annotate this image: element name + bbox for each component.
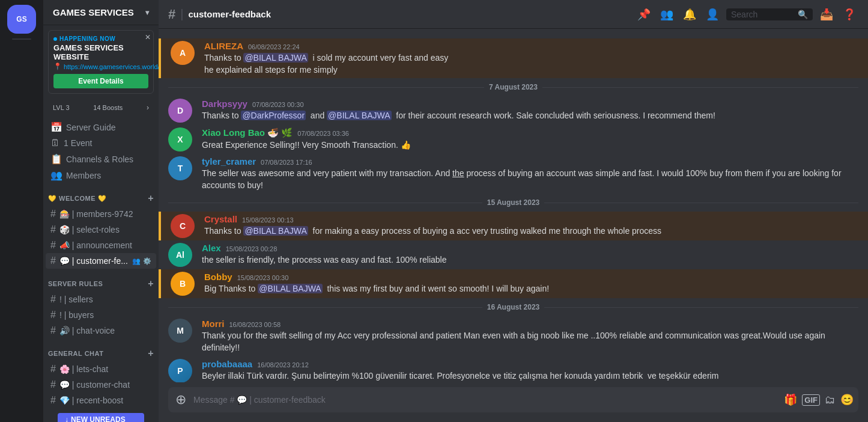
- username-label[interactable]: ALIREZA: [204, 41, 243, 51]
- sidebar-item-recent-boost[interactable]: # 💎 | recent-boost: [46, 393, 156, 408]
- message-text: the seller is friendly, the process was …: [202, 254, 858, 266]
- avatar: M: [168, 319, 192, 343]
- chevron-right-icon: ›: [147, 103, 149, 112]
- username-label[interactable]: Bobby: [204, 272, 232, 282]
- add-attachment-button[interactable]: ⊕: [173, 387, 189, 412]
- message-text: The seller was awesome and very patient …: [202, 168, 858, 191]
- message-text: Thank you for the swift selling of my Ac…: [202, 330, 858, 353]
- server-name-header[interactable]: GAMES SERVICES ▾: [43, 0, 159, 25]
- message-timestamp: 15/08/2023 00:30: [237, 274, 289, 281]
- pin-icon-button[interactable]: 📌: [635, 5, 653, 23]
- mention-bilal[interactable]: @BILAL BAJWA: [258, 284, 322, 293]
- sticker-button[interactable]: 🗂: [825, 394, 836, 406]
- message-text: Big Thanks to @BILAL BAJWA this was my f…: [204, 283, 858, 295]
- message-content: Alex 15/08/2023 00:28 the seller is frie…: [202, 243, 858, 267]
- message-content: ALIREZA 06/08/2023 22:24 Thanks to @BILA…: [204, 41, 858, 76]
- message-text: Thanks to @DarkProfessor and @BILAL BAJW…: [202, 110, 858, 122]
- username-label[interactable]: Xiao Long Bao 🍜 🌿: [202, 127, 293, 138]
- table-row: D Darkpsyyy 07/08/2023 00:30 Thanks to @…: [159, 96, 868, 125]
- mention-dark[interactable]: @DarkProfessor: [241, 111, 306, 120]
- boost-count: 14 Boosts: [93, 104, 123, 111]
- avatar: D: [168, 99, 192, 123]
- avatar: X: [168, 127, 192, 151]
- message-timestamp: 07/08/2023 17:16: [261, 159, 312, 166]
- hash-icon: #: [50, 255, 56, 266]
- sidebar-item-select-roles[interactable]: # 🎲 | select-roles: [46, 222, 156, 237]
- members-icon: 👥: [50, 170, 62, 181]
- search-box[interactable]: 🔍: [726, 8, 813, 20]
- table-row: C Crystall 15/08/2023 00:13 Thanks to @B…: [159, 212, 868, 240]
- message-header: ALIREZA 06/08/2023 22:24: [204, 41, 858, 51]
- hash-icon: #: [50, 395, 56, 406]
- category-general-chat[interactable]: GENERAL CHAT +: [43, 338, 159, 361]
- gif-button[interactable]: GIF: [802, 394, 820, 406]
- chat-input-area: ⊕ 🎁 GIF 🗂 😊: [159, 382, 868, 422]
- add-channel-icon[interactable]: +: [148, 348, 154, 359]
- new-unreads-bar[interactable]: NEW UNREADS: [58, 413, 144, 422]
- sidebar-item-sellers[interactable]: # ! | sellers: [46, 292, 156, 307]
- add-channel-icon[interactable]: +: [148, 278, 154, 289]
- sidebar-item-chat-voice[interactable]: # 🔊 | chat-voice: [46, 323, 156, 338]
- main-chat-area: # | customer-feedback 📌 👥 🔔 👤 🔍 📥 ❓ A AL…: [159, 0, 868, 422]
- boost-level: LVL 3: [53, 104, 70, 111]
- channel-badges: 👥 ⚙️: [132, 257, 151, 265]
- message-timestamp: 15/08/2023 00:28: [226, 245, 278, 252]
- server-icon-games-services[interactable]: GS: [7, 5, 36, 34]
- avatar: Al: [168, 243, 192, 267]
- category-welcome[interactable]: 💛 WELCOME 💛 +: [43, 183, 159, 206]
- sidebar-item-members-9742[interactable]: # 🎰 | members-9742: [46, 206, 156, 222]
- chevron-down-icon: ▾: [145, 8, 149, 17]
- sidebar-item-event[interactable]: 🗓 1 Event: [46, 135, 156, 151]
- notifications-button[interactable]: 🔔: [681, 5, 699, 23]
- channel-hash-icon: #: [168, 7, 175, 22]
- category-server-rules[interactable]: SERVER RULES +: [43, 269, 159, 292]
- channels-icon: 📋: [50, 153, 62, 165]
- channel-divider: |: [180, 7, 183, 21]
- event-details-button[interactable]: Event Details: [53, 74, 148, 88]
- add-friends-button[interactable]: 👤: [703, 5, 721, 23]
- channel-header-name: customer-feedback: [188, 9, 271, 19]
- location-icon: 📍: [53, 63, 62, 70]
- members-list-button[interactable]: 👥: [658, 5, 676, 23]
- message-content: Crystall 15/08/2023 00:13 Thanks to @BIL…: [204, 214, 858, 238]
- message-content: Bobby 15/08/2023 00:30 Big Thanks to @BI…: [204, 272, 858, 296]
- table-row: T tyler_cramer 07/08/2023 17:16 The sell…: [159, 154, 868, 194]
- username-label[interactable]: Crystall: [204, 214, 237, 224]
- username-label[interactable]: Alex: [202, 243, 221, 253]
- mention-bilal[interactable]: @BILAL BAJWA: [243, 53, 308, 63]
- new-unreads-container: NEW UNREADS: [43, 408, 159, 422]
- sidebar-item-server-guide[interactable]: 📅 Server Guide: [46, 119, 156, 135]
- gift-icon-button[interactable]: 🎁: [784, 393, 797, 406]
- sidebar-item-customer-chat[interactable]: # 💬 | customer-chat: [46, 377, 156, 393]
- message-text: Great Experience Selling!! Very Smooth T…: [202, 139, 858, 151]
- mention-bilal[interactable]: @BILAL BAJWA: [327, 111, 391, 120]
- calendar-icon: 📅: [50, 121, 62, 133]
- message-content: Morri 16/08/2023 00:58 Thank you for the…: [202, 319, 858, 353]
- username-label[interactable]: Darkpsyyy: [202, 99, 247, 109]
- sidebar-item-buyers[interactable]: # ! | buyers: [46, 307, 156, 323]
- sidebar-item-announcement[interactable]: # 📣 | announcement: [46, 237, 156, 253]
- username-label[interactable]: probabaaaa: [202, 359, 252, 369]
- sidebar-item-customer-feedback[interactable]: # 💬 | customer-fe... 👥 ⚙️: [46, 253, 156, 269]
- sidebar-item-lets-chat[interactable]: # 🌸 | lets-chat: [46, 361, 156, 377]
- message-input[interactable]: [193, 388, 779, 411]
- close-happening-now-button[interactable]: ✕: [145, 33, 151, 41]
- emoji-button[interactable]: 😊: [840, 393, 854, 406]
- inbox-button[interactable]: 📥: [818, 5, 836, 23]
- table-row: X Xiao Long Bao 🍜 🌿 07/08/2023 03:36 Gre…: [159, 125, 868, 154]
- username-label[interactable]: tyler_cramer: [202, 156, 256, 167]
- mention-bilal[interactable]: @BILAL BAJWA: [243, 226, 308, 236]
- sidebar-item-channels-roles[interactable]: 📋 Channels & Roles: [46, 151, 156, 167]
- date-divider: 7 August 2023: [159, 78, 868, 96]
- avatar: T: [168, 156, 192, 180]
- happening-label: HAPPENING NOW: [53, 35, 148, 42]
- username-label[interactable]: Morri: [202, 319, 225, 329]
- sidebar-item-members[interactable]: 👥 Members: [46, 167, 156, 183]
- add-channel-icon[interactable]: +: [148, 193, 154, 204]
- chat-header: # | customer-feedback 📌 👥 🔔 👤 🔍 📥 ❓: [159, 0, 868, 29]
- help-button[interactable]: ❓: [840, 5, 858, 23]
- table-row: B Bobby 15/08/2023 00:30 Big Thanks to @…: [159, 269, 868, 298]
- search-input[interactable]: [731, 10, 795, 19]
- hash-icon: #: [50, 209, 56, 219]
- happening-link[interactable]: 📍 https://www.gameservices.world/: [53, 63, 148, 70]
